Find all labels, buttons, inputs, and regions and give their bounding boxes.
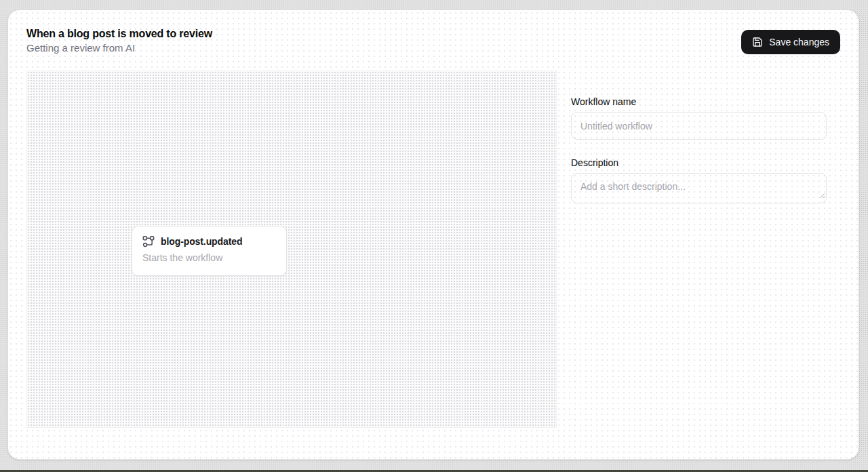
save-button-label: Save changes (769, 37, 829, 47)
trigger-node-title: blog-post.updated (161, 236, 242, 247)
workflow-icon (142, 235, 155, 248)
trigger-node-subtitle: Starts the workflow (142, 252, 276, 263)
save-icon (752, 37, 763, 47)
page-title: When a blog post is moved to review (26, 28, 212, 40)
workflow-name-label: Workflow name (571, 96, 827, 107)
trigger-node[interactable]: blog-post.updated Starts the workflow (132, 226, 287, 276)
workflow-name-input[interactable] (571, 112, 827, 140)
workflow-canvas[interactable]: blog-post.updated Starts the workflow (26, 71, 557, 428)
description-label: Description (571, 157, 827, 168)
page-subtitle: Getting a review from AI (26, 42, 135, 54)
workflow-settings-panel: Workflow name Description (571, 96, 827, 203)
resize-handle-icon[interactable] (819, 189, 825, 201)
description-textarea[interactable] (571, 173, 827, 203)
workflow-editor-card: When a blog post is moved to review Gett… (7, 9, 859, 460)
save-changes-button[interactable]: Save changes (741, 30, 840, 54)
